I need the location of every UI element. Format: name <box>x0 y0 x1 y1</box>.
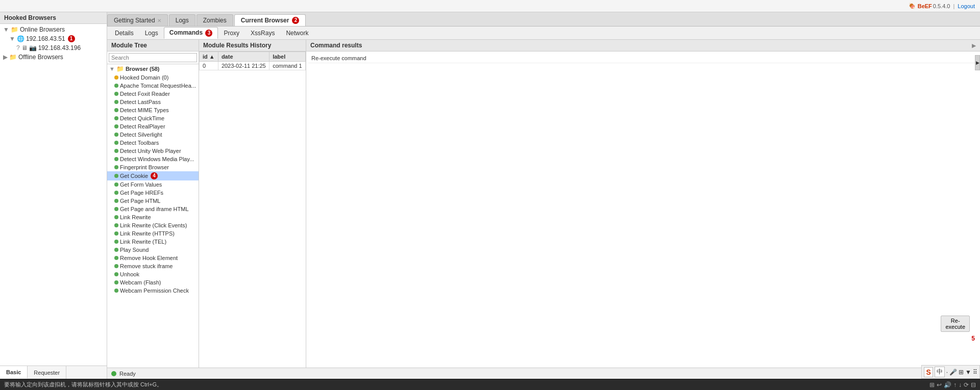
vm-message: 要将输入定向到该虚拟机，请将鼠标指针移入其中或按 Ctrl+G。 <box>4 381 162 388</box>
label-detect-realplayer: Detect RealPlayer <box>120 123 165 129</box>
module-hooked-domain[interactable]: Hooked Domain (0) <box>107 73 199 82</box>
annotation-2: 2 <box>292 17 299 24</box>
module-get-form[interactable]: Get Form Values <box>107 180 199 189</box>
tab-zombies[interactable]: Zombies <box>197 14 233 26</box>
dot-link-rewrite <box>114 215 118 219</box>
ip-group-node[interactable]: ▼ 🌐 192.168.43.51 1 <box>1 34 106 43</box>
module-link-rewrite-tel[interactable]: Link Rewrite (TEL) <box>107 238 199 246</box>
module-link-rewrite-click[interactable]: Link Rewrite (Click Events) <box>107 221 199 229</box>
col-id[interactable]: id ▲ <box>200 52 218 62</box>
offline-browsers-node[interactable]: ▶ 📁 Offline Browsers <box>1 53 106 62</box>
module-fingerprint-browser[interactable]: Fingerprint Browser <box>107 163 199 171</box>
left-panel: Module Tree ▼ 📁 Browser (58) <box>107 40 306 368</box>
status-bar: Ready <box>107 368 980 379</box>
dot-detect-realplayer <box>114 124 118 128</box>
module-apache-tomcat[interactable]: Apache Tomcat RequestHea... <box>107 82 199 90</box>
tab-basic[interactable]: Basic <box>0 366 28 379</box>
module-detect-lastpass[interactable]: Detect LastPass <box>107 98 199 106</box>
module-remove-iframe[interactable]: Remove stuck iframe <box>107 262 199 270</box>
module-detect-foxit[interactable]: Detect Foxit Reader <box>107 90 199 98</box>
subtab-commands[interactable]: Commands 3 <box>164 27 218 39</box>
sogou-apps-icon[interactable]: ⠿ <box>973 369 977 376</box>
online-browsers-node[interactable]: ▼ 📁 Online Browsers <box>1 25 106 34</box>
vm-icon-4[interactable]: ↑ <box>953 381 957 388</box>
module-get-cookie[interactable]: Get Cookie 4 <box>107 171 199 180</box>
label-detect-foxit: Detect Foxit Reader <box>120 91 170 97</box>
content-area: Getting Started ✕ Logs Zombies Current B… <box>107 12 980 379</box>
module-unhook[interactable]: Unhook <box>107 270 199 278</box>
tab-getting-started[interactable]: Getting Started ✕ <box>107 14 168 26</box>
sogou-dot-label[interactable]: · <box>946 369 948 376</box>
dot-detect-unity <box>114 149 118 153</box>
label-fingerprint-browser: Fingerprint Browser <box>120 164 169 170</box>
tab-logs[interactable]: Logs <box>169 14 195 26</box>
collapse-btn-top[interactable]: ▶ <box>972 43 976 48</box>
tab-current-browser[interactable]: Current Browser 2 <box>234 14 306 26</box>
module-webcam-perm[interactable]: Webcam Permission Check <box>107 287 199 295</box>
subtab-network[interactable]: Network <box>280 28 314 39</box>
label-webcam-flash: Webcam (Flash) <box>120 279 161 285</box>
expand-icon-2: ▼ <box>9 35 15 42</box>
module-detect-unity[interactable]: Detect Unity Web Player <box>107 147 199 155</box>
app-version: 0.5.4.0 <box>933 3 950 9</box>
sub-ip-node[interactable]: ? 🖥 📷 192.168.43.196 <box>1 43 106 53</box>
module-play-sound[interactable]: Play Sound <box>107 246 199 254</box>
label-link-rewrite-click: Link Rewrite (Click Events) <box>120 222 187 228</box>
vm-icon-5[interactable]: ↓ <box>959 381 962 388</box>
tab-requester[interactable]: Requester <box>28 366 66 379</box>
table-row[interactable]: 0 2023-02-11 21:25 command 1 <box>200 62 306 70</box>
network-icon: 🌐 <box>17 35 24 42</box>
subtab-xssrays[interactable]: XssRays <box>245 28 280 39</box>
subtab-logs[interactable]: Logs <box>139 28 164 39</box>
label-get-iframe-html: Get Page and iframe HTML <box>120 206 189 212</box>
label-detect-mime: Detect MIME Types <box>120 107 169 113</box>
module-tree-header: Module Tree <box>107 40 199 51</box>
module-detect-toolbars[interactable]: Detect Toolbars <box>107 139 199 147</box>
label-remove-iframe: Remove stuck iframe <box>120 263 173 269</box>
subtab-commands-label: Commands <box>169 29 203 36</box>
module-get-iframe-html[interactable]: Get Page and iframe HTML <box>107 205 199 213</box>
module-get-html[interactable]: Get Page HTML <box>107 197 199 205</box>
vm-icon-2[interactable]: ↩ <box>937 381 942 388</box>
sogou-grid-icon[interactable]: ⊞ <box>959 369 964 376</box>
label-get-html: Get Page HTML <box>120 198 160 204</box>
module-get-hrefs[interactable]: Get Page HREFs <box>107 189 199 197</box>
dot-detect-foxit <box>114 92 118 96</box>
sogou-zh-label[interactable]: 中 <box>935 367 945 377</box>
col-date[interactable]: date <box>218 52 269 62</box>
module-detect-quicktime[interactable]: Detect QuickTime <box>107 114 199 122</box>
photo-icon: 📷 <box>29 44 37 51</box>
module-detect-silverlight[interactable]: Detect Silverlight <box>107 131 199 139</box>
status-dot <box>111 371 116 376</box>
bottom-tabs: Basic Requester <box>0 366 107 379</box>
label-get-form: Get Form Values <box>120 181 162 188</box>
cell-label: command 1 <box>270 62 306 70</box>
col-label[interactable]: label <box>270 52 306 62</box>
module-link-rewrite-https[interactable]: Link Rewrite (HTTPS) <box>107 229 199 238</box>
vm-icon-1[interactable]: ⊞ <box>929 381 935 388</box>
browser-folder[interactable]: ▼ 📁 Browser (58) <box>107 64 199 73</box>
logout-link[interactable]: Logout <box>958 3 975 9</box>
sub-ip-label: 192.168.43.196 <box>38 44 81 51</box>
dot-webcam-flash <box>114 280 118 284</box>
sogou-mic-icon[interactable]: 🎤 <box>949 369 957 376</box>
vm-icon-7[interactable]: ⊟ <box>971 381 976 388</box>
vm-icon-6[interactable]: ⟳ <box>964 381 969 388</box>
label-detect-toolbars: Detect Toolbars <box>120 140 159 146</box>
tab-getting-started-close[interactable]: ✕ <box>157 18 161 23</box>
beef-logo: 🍖 <box>909 3 916 9</box>
search-input[interactable] <box>109 53 197 62</box>
module-detect-mime[interactable]: Detect MIME Types <box>107 106 199 114</box>
module-detect-realplayer[interactable]: Detect RealPlayer <box>107 122 199 131</box>
re-execute-command-label: Re-execute command <box>311 55 366 61</box>
subtab-details[interactable]: Details <box>109 28 139 39</box>
re-execute-button[interactable]: Re-execute <box>941 316 970 332</box>
subtab-proxy[interactable]: Proxy <box>218 28 245 39</box>
module-webcam-flash[interactable]: Webcam (Flash) <box>107 278 199 287</box>
module-link-rewrite[interactable]: Link Rewrite <box>107 213 199 221</box>
vm-icon-3[interactable]: 🔊 <box>944 381 951 388</box>
right-collapse-btn[interactable]: ▶ <box>975 55 980 70</box>
module-remove-hook[interactable]: Remove Hook Element <box>107 254 199 262</box>
module-detect-wmp[interactable]: Detect Windows Media Play... <box>107 155 199 163</box>
sogou-filter-icon[interactable]: ▼ <box>965 369 971 376</box>
